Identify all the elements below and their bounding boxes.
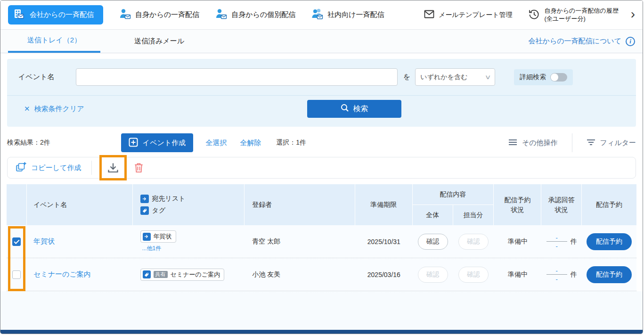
hamburger-menu-icon bbox=[508, 139, 517, 147]
search-panel: イベント名 を いずれかを含む ∨ 詳細検索 ✕ 検索条件クリア bbox=[7, 59, 636, 127]
nav-item-label: 社内向け一斉配信 bbox=[327, 10, 384, 19]
event-name-label: イベント名 bbox=[18, 73, 76, 82]
filter-label: フィルター bbox=[600, 139, 636, 147]
clear-search-conditions-link[interactable]: ✕ 検索条件クリア bbox=[24, 105, 84, 114]
top-navigation: 会社からの一斉配信 自身からの一斉配信 bbox=[0, 0, 643, 30]
tag-icon bbox=[143, 270, 151, 278]
delivery-reserve-button[interactable]: 配信予約 bbox=[587, 266, 632, 283]
delete-button[interactable] bbox=[133, 162, 144, 173]
confirm-assigned-button-disabled[interactable]: 確認 bbox=[458, 234, 489, 250]
app-window: 会社からの一斉配信 自身からの一斉配信 bbox=[0, 0, 643, 334]
mail-template-label: メールテンプレート管理 bbox=[439, 11, 512, 19]
table-row: セミナーのご案内 共有 セミナーのご案内 bbox=[7, 258, 636, 291]
building-mail-icon bbox=[13, 8, 25, 22]
nav-item-label: 会社からの一斉配信 bbox=[30, 10, 94, 19]
deadline-date: 2025/03/16 bbox=[367, 271, 400, 278]
event-name-input[interactable] bbox=[76, 68, 398, 86]
action-bar-divider bbox=[91, 161, 92, 175]
recipient-list-icon bbox=[140, 195, 149, 203]
registrant-name: 青空 太郎 bbox=[252, 237, 280, 246]
chevron-right-icon[interactable]: › bbox=[631, 8, 635, 23]
header-recipient-list-label: 宛先リスト bbox=[152, 195, 186, 203]
toggle-switch-off[interactable] bbox=[550, 73, 567, 82]
reservation-status: 準備中 bbox=[508, 270, 528, 279]
nav-item-label: 自身からの一斉配信 bbox=[135, 10, 199, 19]
about-link-label: 会社からの一斉配信について bbox=[529, 37, 621, 46]
content-background bbox=[0, 291, 643, 330]
person-mail-icon bbox=[119, 8, 131, 22]
match-type-select[interactable]: いずれかを含む ∨ bbox=[415, 68, 495, 86]
row-checkbox-checked[interactable] bbox=[12, 237, 21, 246]
chip-label: 年賀状 bbox=[154, 232, 172, 241]
header-tag-label: タグ bbox=[152, 206, 166, 215]
table-row: 年賀状 年賀状 ...他1件 bbox=[7, 225, 636, 258]
create-event-label: イベント作成 bbox=[143, 139, 186, 147]
shared-badge: 共有 bbox=[154, 271, 168, 278]
header-delivery-content: 配信内容 bbox=[413, 184, 494, 205]
approval-count-fraction: - - 件 bbox=[546, 235, 577, 248]
header-event-name: イベント名 bbox=[27, 184, 133, 225]
close-icon: ✕ bbox=[24, 105, 30, 113]
deadline-date: 2025/10/31 bbox=[367, 238, 400, 245]
header-recipient-tag: 宛先リスト タグ bbox=[133, 184, 245, 225]
tag-icon bbox=[140, 206, 149, 215]
copy-and-create-label: コピーして作成 bbox=[31, 163, 81, 172]
confirm-assigned-button-disabled[interactable]: 確認 bbox=[458, 267, 489, 283]
reservation-status: 準備中 bbox=[508, 237, 528, 246]
about-company-broadcast-link[interactable]: 会社からの一斉配信について i bbox=[529, 30, 635, 53]
search-button-label: 検索 bbox=[353, 104, 368, 114]
create-event-button[interactable]: イベント作成 bbox=[121, 133, 193, 152]
approval-count-fraction: - - 件 bbox=[546, 268, 577, 281]
advanced-search-toggle[interactable]: 詳細検索 bbox=[514, 69, 573, 85]
particle-label: を bbox=[403, 73, 410, 82]
download-button[interactable] bbox=[107, 162, 119, 174]
history-clock-icon bbox=[528, 8, 540, 22]
nav-item-label: 自身からの個別配信 bbox=[231, 10, 295, 19]
header-deadline: 準備期限 bbox=[355, 184, 413, 225]
copy-and-create-button[interactable]: コピーして作成 bbox=[15, 162, 81, 174]
event-name-link[interactable]: セミナーのご案内 bbox=[33, 270, 91, 279]
mail-template-management-button[interactable]: メールテンプレート管理 bbox=[424, 10, 512, 20]
nav-item-self-individual[interactable]: 自身からの個別配信 bbox=[215, 8, 295, 22]
other-operations-label: その他操作 bbox=[522, 139, 558, 147]
tab-sent-mail[interactable]: 送信済みメール bbox=[119, 30, 199, 53]
broadcast-history-button[interactable]: 自身からの一斉配信の履歴 (全ユーザー分) bbox=[528, 7, 618, 23]
header-delivery-reservation: 配信予約 bbox=[582, 184, 636, 225]
registrant-name: 小池 友美 bbox=[252, 270, 280, 279]
tab-outbox[interactable]: 送信トレイ（2） bbox=[8, 30, 100, 53]
header-reservation-status: 配信予約状況 bbox=[494, 184, 541, 225]
table-header: イベント名 宛先リスト bbox=[7, 184, 636, 225]
delivery-reserve-button[interactable]: 配信予約 bbox=[587, 233, 632, 250]
top-nav-right: メールテンプレート管理 自身からの一斉配信の履歴 (全ユーザー分) › bbox=[424, 7, 635, 23]
filter-button[interactable]: フィルター bbox=[587, 139, 636, 147]
tab-bar: 送信トレイ（2） 送信済みメール 会社からの一斉配信について i bbox=[0, 30, 643, 53]
info-icon[interactable]: i bbox=[626, 37, 635, 46]
plus-box-icon bbox=[129, 138, 138, 148]
nav-item-self-broadcast[interactable]: 自身からの一斉配信 bbox=[119, 8, 199, 22]
more-items-link[interactable]: ...他1件 bbox=[142, 245, 162, 253]
deselect-all-link[interactable]: 全解除 bbox=[240, 139, 261, 147]
nav-item-internal-broadcast[interactable]: 社内向け一斉配信 bbox=[311, 8, 384, 22]
search-button[interactable]: 検索 bbox=[307, 100, 401, 118]
nav-item-company-broadcast[interactable]: 会社からの一斉配信 bbox=[8, 5, 103, 25]
selection-action-bar: コピーして作成 bbox=[7, 157, 636, 179]
other-operations-button[interactable]: その他操作 bbox=[508, 139, 558, 147]
header-overall: 全体 bbox=[413, 205, 453, 225]
select-all-link[interactable]: 全選択 bbox=[205, 139, 227, 147]
confirm-overall-button-disabled[interactable]: 確認 bbox=[418, 267, 448, 283]
footer-accent-bar bbox=[0, 330, 643, 334]
match-type-value: いずれかを含む bbox=[420, 73, 467, 82]
header-registrant: 登録者 bbox=[245, 184, 355, 225]
event-name-link[interactable]: 年賀状 bbox=[33, 237, 55, 246]
confirm-overall-button[interactable]: 確認 bbox=[418, 234, 448, 250]
search-icon bbox=[341, 104, 349, 114]
table-body: 年賀状 年賀状 ...他1件 bbox=[7, 225, 636, 291]
header-checkbox-column bbox=[7, 184, 27, 225]
filter-icon bbox=[587, 139, 595, 147]
toolbar-divider bbox=[572, 133, 572, 152]
recipient-list-icon bbox=[143, 233, 151, 241]
person-mail-icon bbox=[215, 8, 228, 22]
people-mail-icon bbox=[311, 8, 324, 22]
copy-plus-icon bbox=[15, 162, 26, 174]
row-checkbox-unchecked[interactable] bbox=[12, 270, 21, 279]
